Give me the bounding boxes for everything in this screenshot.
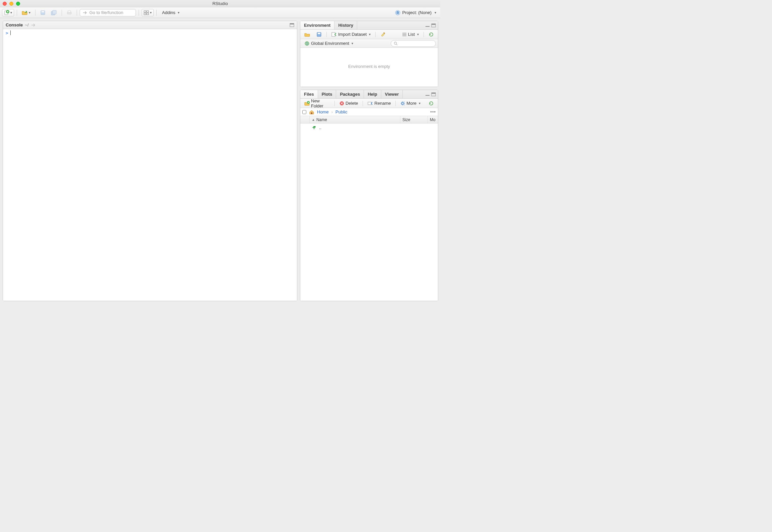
gear-icon xyxy=(400,101,405,106)
new-folder-button[interactable]: New Folder xyxy=(302,100,332,107)
import-dataset-button[interactable]: Import Dataset ▾ xyxy=(329,31,373,38)
open-folder-icon xyxy=(22,10,28,15)
tab-history[interactable]: History xyxy=(334,21,357,29)
rename-label: Rename xyxy=(374,101,391,106)
tab-environment[interactable]: Environment xyxy=(300,21,334,29)
chevron-down-icon: ▾ xyxy=(178,11,179,14)
env-empty-message: Environment is empty xyxy=(300,48,438,85)
svg-rect-7 xyxy=(68,11,71,12)
save-icon xyxy=(40,10,46,15)
svg-rect-9 xyxy=(147,11,149,12)
sort-asc-icon: ▲ xyxy=(312,118,315,121)
minimize-pane-icon[interactable] xyxy=(425,24,430,27)
new-folder-icon xyxy=(304,101,310,106)
console-go-icon[interactable] xyxy=(31,23,36,27)
open-file-button[interactable]: ▾ xyxy=(20,9,32,16)
tab-viewer[interactable]: Viewer xyxy=(381,90,403,98)
clear-workspace-button[interactable] xyxy=(378,31,388,38)
svg-rect-3 xyxy=(42,11,44,12)
col-name-label: Name xyxy=(316,117,327,122)
breadcrumb-folder[interactable]: Public xyxy=(335,109,347,114)
env-scope-bar: Global Environment ▾ xyxy=(300,39,438,48)
addins-menu[interactable]: Addins ▾ xyxy=(159,10,182,15)
chevron-down-icon: ▾ xyxy=(369,32,371,36)
load-workspace-button[interactable] xyxy=(302,31,312,38)
svg-rect-32 xyxy=(311,112,312,114)
env-scope-selector[interactable]: Global Environment ▾ xyxy=(302,40,355,47)
workspace-panes-button[interactable]: ▾ xyxy=(142,9,154,16)
breadcrumb-separator-icon: › xyxy=(331,109,333,114)
svg-rect-20 xyxy=(318,33,320,34)
new-folder-label: New Folder xyxy=(311,98,330,108)
maximize-pane-icon[interactable] xyxy=(431,23,436,27)
chevron-down-icon: ▾ xyxy=(419,101,420,105)
chevron-down-icon: ▾ xyxy=(150,11,152,14)
breadcrumb-home[interactable]: Home xyxy=(317,109,329,114)
svg-rect-16 xyxy=(426,26,430,27)
files-up-label: .. xyxy=(319,125,321,130)
maximize-pane-icon[interactable] xyxy=(290,23,294,27)
files-up-row[interactable]: .. xyxy=(300,123,438,131)
import-dataset-icon xyxy=(331,32,337,37)
save-workspace-button[interactable] xyxy=(314,31,324,38)
tab-plots[interactable]: Plots xyxy=(318,90,336,98)
delete-button[interactable]: Delete xyxy=(337,100,360,107)
svg-rect-5 xyxy=(53,10,56,14)
project-r-icon: R xyxy=(395,10,400,15)
project-label: Project: (None) xyxy=(402,10,432,15)
files-pane: Files Plots Packages Help Viewer New Fol… xyxy=(300,90,438,301)
console-path: ~/ xyxy=(25,22,28,27)
project-menu[interactable]: R Project: (None) ▾ xyxy=(393,10,438,15)
console-body[interactable]: > xyxy=(3,29,297,301)
col-header-modified[interactable]: Mo xyxy=(428,116,438,123)
files-body: .. xyxy=(300,123,438,301)
tab-help[interactable]: Help xyxy=(364,90,381,98)
svg-rect-11 xyxy=(147,13,149,15)
col-header-size[interactable]: Size xyxy=(400,116,428,123)
titlebar: RStudio xyxy=(0,0,440,7)
save-all-button[interactable] xyxy=(49,9,59,16)
delete-icon xyxy=(339,101,344,106)
minimize-pane-icon[interactable] xyxy=(425,93,430,96)
files-breadcrumb: Home › Public ••• xyxy=(300,108,438,116)
files-tabs: Files Plots Packages Help Viewer xyxy=(300,90,438,99)
chevron-down-icon: ▾ xyxy=(352,41,353,45)
print-button[interactable] xyxy=(65,9,74,16)
goto-file-input[interactable]: Go to file/function xyxy=(80,9,136,16)
env-scope-label: Global Environment xyxy=(311,41,349,46)
svg-rect-15 xyxy=(290,23,294,24)
window-title: RStudio xyxy=(0,1,440,6)
console-header: Console ~/ xyxy=(3,21,297,29)
home-icon[interactable] xyxy=(309,110,314,114)
env-tabs: Environment History xyxy=(300,21,438,30)
new-file-button[interactable]: ▾ xyxy=(2,9,14,16)
rename-button[interactable]: Rename xyxy=(366,100,393,107)
print-icon xyxy=(67,10,72,15)
tab-files[interactable]: Files xyxy=(300,90,318,98)
env-search-input[interactable] xyxy=(391,40,436,47)
search-icon xyxy=(394,41,398,46)
files-toolbar: New Folder Delete Rename xyxy=(300,99,438,108)
folder-up-icon xyxy=(312,125,316,130)
tab-viewer-label: Viewer xyxy=(385,92,399,97)
svg-rect-10 xyxy=(144,13,146,15)
files-select-all-checkbox[interactable] xyxy=(302,110,306,114)
globe-icon xyxy=(304,41,310,46)
refresh-env-button[interactable] xyxy=(427,31,436,38)
col-size-label: Size xyxy=(402,117,410,122)
save-button[interactable] xyxy=(38,9,48,16)
list-view-icon xyxy=(402,32,407,36)
breadcrumb-more-icon[interactable]: ••• xyxy=(430,109,436,114)
env-body: Environment is empty xyxy=(300,48,438,87)
col-header-name[interactable]: ▲ Name xyxy=(310,116,400,123)
refresh-files-button[interactable] xyxy=(427,100,436,107)
rename-icon xyxy=(368,101,373,106)
goto-file-placeholder: Go to file/function xyxy=(89,10,123,15)
new-file-plus-icon xyxy=(4,10,9,15)
maximize-pane-icon[interactable] xyxy=(431,92,436,96)
tab-help-label: Help xyxy=(368,92,377,97)
env-list-view-button[interactable]: List ▾ xyxy=(400,31,421,38)
svg-point-23 xyxy=(305,41,309,46)
more-button[interactable]: More ▾ xyxy=(398,100,422,107)
tab-packages[interactable]: Packages xyxy=(336,90,364,98)
